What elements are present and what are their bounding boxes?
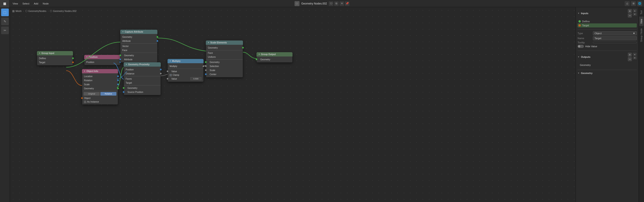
close-button[interactable]: ✕: [340, 1, 344, 6]
inputs-up-button[interactable]: ▲: [633, 9, 637, 12]
node-object-info: ▼ Object Info Location Rotation Scale Ge…: [82, 69, 118, 105]
grid-icon[interactable]: ⊞: [631, 1, 636, 6]
node-geo-prox-header[interactable]: ▼ Geometry Proximity: [124, 62, 161, 67]
scale-socket[interactable]: [117, 83, 119, 85]
globe-icon[interactable]: 🌐: [637, 1, 642, 6]
outputs-down-button[interactable]: ▼: [633, 56, 637, 59]
se-scale-socket[interactable]: [205, 69, 207, 71]
mult-val2-in-socket[interactable]: [167, 78, 168, 80]
input-item-target[interactable]: Target: [578, 23, 637, 27]
node-geo-prox-title: Geometry Proximity: [128, 63, 150, 66]
as-instance-checkbox[interactable]: [84, 101, 86, 103]
inputs-down-button[interactable]: ▼: [633, 12, 637, 16]
node-scale-elements-header[interactable]: ▼ Scale Elements: [206, 40, 243, 45]
relative-button[interactable]: Relative: [100, 92, 117, 96]
cut-tool[interactable]: ✂: [1, 26, 9, 34]
output-item-geometry[interactable]: Geometry: [578, 63, 637, 67]
inputs-header: ▼ Inputs + − ▲ ▼: [578, 9, 637, 17]
breadcrumb-item-geonodes[interactable]: ⬡ GeometryNodes: [25, 9, 46, 12]
node-multiply: ▼ Multiply Multiply Value Clamp: [168, 59, 204, 82]
gp-geo-in-label: Geometry: [128, 87, 137, 89]
bottom-collapse-icon: ▼: [578, 72, 580, 74]
ca-geo-in-socket[interactable]: [119, 54, 121, 56]
print-icon[interactable]: ⎙: [625, 1, 630, 6]
gp-geo-in-socket[interactable]: [123, 87, 124, 89]
inputs-actions: + − ▲ ▼: [628, 9, 637, 17]
select-tool[interactable]: ⬚: [1, 8, 9, 16]
ca-geo-out-socket[interactable]: [156, 36, 158, 38]
panel-divider-2: [578, 51, 637, 51]
name-value[interactable]: Target: [593, 36, 637, 40]
ca-attr-out-socket[interactable]: [156, 40, 158, 42]
node-multiply-header[interactable]: ▼ Multiply: [168, 59, 204, 63]
outputs-collapse-icon[interactable]: ▼: [578, 56, 580, 58]
clamp-checkbox[interactable]: [170, 74, 172, 76]
tab-group-node[interactable]: Group / Node: [639, 26, 644, 44]
gp-src-pos-socket[interactable]: [123, 91, 124, 93]
hide-value-toggle[interactable]: [578, 45, 584, 48]
node-group-input-header[interactable]: ▼ Group Input: [37, 51, 73, 55]
tooltip-value[interactable]: [593, 42, 637, 43]
outputs-actions: + − ▲ ▼: [628, 53, 637, 61]
right-panel: ▼ Inputs + − ▲ ▼: [576, 7, 638, 202]
gp-pos-socket[interactable]: [160, 69, 162, 70]
delfino-output-socket[interactable]: [72, 57, 74, 59]
menu-node[interactable]: Node: [41, 2, 50, 5]
gp-faces-label: Faces: [126, 78, 132, 80]
output-geo-label: Geometry: [580, 64, 591, 66]
node-group-input: ▼ Group Input Delfino Target: [37, 51, 73, 65]
target-output-socket[interactable]: [72, 61, 74, 63]
menu-view[interactable]: View: [11, 2, 20, 5]
collapse-icon: ▼: [126, 63, 127, 65]
inputs-remove-button[interactable]: −: [628, 13, 632, 17]
divider: [120, 43, 157, 44]
pin-button[interactable]: 📌: [345, 1, 350, 6]
type-dropdown[interactable]: Object ▼: [593, 31, 637, 35]
original-button[interactable]: Original: [84, 92, 100, 96]
location-socket[interactable]: [117, 75, 119, 77]
inputs-add-button[interactable]: +: [628, 9, 632, 13]
node-position-body: Position: [84, 59, 120, 65]
object-input-socket[interactable]: [81, 97, 83, 99]
input-item-delfino[interactable]: Delfino: [578, 19, 637, 23]
se-geo-out-label: Geometry: [208, 46, 218, 49]
mult-out-socket[interactable]: [203, 65, 204, 67]
tab-view[interactable]: View: [639, 17, 644, 26]
mesh-icon: ▦: [12, 9, 15, 12]
outputs-add-button[interactable]: +: [628, 53, 632, 57]
se-geo-in-socket[interactable]: [205, 61, 207, 63]
node-group-output-body: Geometry: [256, 56, 292, 62]
outputs-remove-button[interactable]: −: [628, 57, 632, 61]
node-canvas[interactable]: ▦ Mesh › ⬡ GeometryNodes › ⬡ Geometry No…: [10, 7, 576, 202]
se-sel-socket[interactable]: [205, 65, 207, 67]
node-position-header[interactable]: ▼ Position: [84, 55, 120, 59]
gp-dist-socket[interactable]: [160, 73, 162, 74]
shield-button[interactable]: 🛡: [329, 1, 333, 6]
menu-add[interactable]: Add: [32, 2, 40, 5]
node-capture-attr-header[interactable]: ▼ Capture Attribute: [120, 30, 158, 34]
tab-tool[interactable]: Tool: [639, 8, 644, 17]
node-row-position-out: Position: [84, 60, 120, 64]
geometry-socket[interactable]: [117, 87, 119, 89]
breadcrumb-item-mesh[interactable]: ▦ Mesh: [12, 9, 22, 12]
node-group-output-title: Group Output: [261, 53, 276, 56]
divider: [206, 50, 243, 50]
node-group-output-header[interactable]: ▼ Group Output: [256, 52, 292, 56]
type-label: Type: [578, 32, 591, 35]
outputs-up-button[interactable]: ▲: [633, 53, 637, 56]
se-geo-out-socket[interactable]: [242, 47, 244, 49]
draw-tool[interactable]: ✎: [1, 17, 9, 25]
ca-attr-in-socket[interactable]: [119, 58, 121, 60]
copy-button[interactable]: ⧉: [334, 1, 339, 6]
breadcrumb-item-geonodes002[interactable]: ⬡ Geometry Nodes.002: [50, 9, 76, 12]
far-right-tabs: Tool View Group / Node: [638, 7, 644, 202]
go-geo-socket[interactable]: [256, 58, 257, 60]
rotation-socket[interactable]: [117, 79, 119, 81]
mult-val-in-socket[interactable]: [167, 70, 168, 72]
se-center-socket[interactable]: [205, 73, 207, 75]
mult-value-field[interactable]: [190, 77, 202, 80]
inputs-collapse-icon[interactable]: ▼: [578, 12, 580, 14]
breadcrumb-geonodes002-label: Geometry Nodes.002: [53, 10, 76, 12]
node-object-info-header[interactable]: ▼ Object Info: [82, 69, 118, 73]
menu-select[interactable]: Select: [21, 2, 31, 5]
